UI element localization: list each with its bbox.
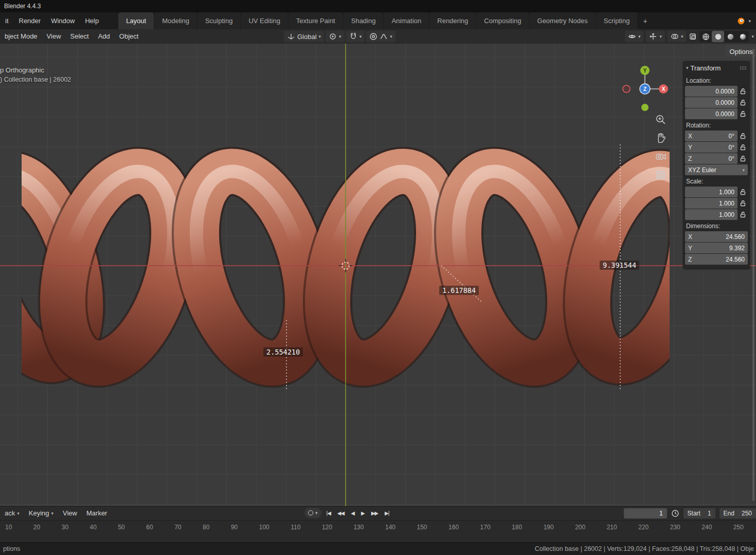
jump-to-end-button[interactable]: ▶| bbox=[383, 509, 390, 517]
viewport-menu-item[interactable]: Object bbox=[115, 29, 143, 44]
xray-toggle-icon[interactable] bbox=[689, 32, 697, 41]
mesh-object[interactable] bbox=[0, 44, 756, 506]
menu-item[interactable]: Window bbox=[46, 12, 80, 29]
pivot-dropdown[interactable]: ▾ bbox=[326, 31, 345, 42]
end-frame-field[interactable]: End 250 bbox=[719, 508, 756, 519]
shading-material-icon[interactable] bbox=[724, 31, 736, 42]
viewport-nav-tools bbox=[655, 114, 667, 181]
gizmos-dropdown[interactable]: ▾ bbox=[646, 31, 665, 42]
location-y-field[interactable]: 0.0000 bbox=[685, 97, 737, 108]
workspace-tab[interactable]: Texture Paint bbox=[289, 12, 343, 29]
transform-panel-header[interactable]: ▾ Transform bbox=[683, 61, 750, 75]
gizmo-x-neg-ball[interactable] bbox=[623, 85, 630, 92]
lock-open-icon[interactable] bbox=[737, 99, 748, 106]
workspace-tab[interactable]: Sculpting bbox=[197, 12, 240, 29]
statusbar-left: ptions bbox=[3, 545, 20, 552]
timeline-ruler[interactable]: 1020304050607080901001101201301401501601… bbox=[0, 521, 756, 542]
viewport-scrollbar[interactable] bbox=[752, 49, 754, 501]
workspace-tab[interactable]: Scripting bbox=[596, 12, 638, 29]
viewport-menu-item[interactable]: Add bbox=[94, 29, 115, 44]
shading-wireframe-icon[interactable] bbox=[699, 31, 712, 42]
workspace-tab[interactable]: Geometry Nodes bbox=[530, 12, 596, 29]
zoom-icon[interactable] bbox=[655, 114, 667, 125]
location-x-field[interactable]: 0.0000 bbox=[685, 86, 737, 97]
viewport-menu-item[interactable]: Select bbox=[66, 29, 94, 44]
proportional-edit-toggle[interactable]: ▾ bbox=[366, 31, 395, 42]
active-collection-label: ) Collection base | 26002 bbox=[0, 76, 71, 83]
rotation-x-field[interactable]: X0° bbox=[685, 131, 737, 141]
location-z-field[interactable]: 0.0000 bbox=[685, 108, 737, 119]
view-menu[interactable]: View bbox=[58, 506, 82, 521]
rotation-z-field[interactable]: Z0° bbox=[685, 153, 737, 164]
grid-ortho-icon[interactable] bbox=[655, 169, 667, 181]
dimensions-x-field[interactable]: X24.560 bbox=[685, 231, 748, 242]
ruler-number: 20 bbox=[33, 524, 40, 542]
panel-grip-icon[interactable] bbox=[740, 66, 747, 70]
workspace-tab[interactable]: Modeling bbox=[154, 12, 197, 29]
play-button[interactable]: ▶ bbox=[359, 509, 366, 517]
blender-logo-icon[interactable] bbox=[737, 17, 745, 25]
prev-keyframe-button[interactable]: ◀◀ bbox=[336, 509, 346, 517]
gizmo-y-neg-ball[interactable] bbox=[641, 104, 649, 111]
rotation-y-field[interactable]: Y0° bbox=[685, 142, 737, 153]
workspace-tab[interactable]: Compositing bbox=[476, 12, 529, 29]
workspace-tab[interactable]: Rendering bbox=[429, 12, 476, 29]
viewport-menu-item[interactable]: bject Mode bbox=[0, 29, 42, 44]
workspace-tab[interactable]: Layout bbox=[118, 12, 154, 29]
scale-z-field[interactable]: 1.000 bbox=[685, 209, 737, 220]
menu-item[interactable]: Render bbox=[14, 12, 46, 29]
start-frame-field[interactable]: Start 1 bbox=[683, 508, 715, 519]
lock-open-icon[interactable] bbox=[737, 110, 748, 117]
falloff-icon bbox=[380, 32, 388, 41]
viewport-header-right: ▾ ▾ ▾ bbox=[625, 29, 754, 44]
navigation-gizmo[interactable]: Y X Z bbox=[622, 66, 668, 112]
chevron-down-icon[interactable]: ▾ bbox=[751, 34, 754, 39]
orientation-dropdown[interactable]: Global ▾ bbox=[284, 31, 324, 42]
chevron-down-icon[interactable]: ▾ bbox=[748, 18, 751, 24]
lock-open-icon[interactable] bbox=[737, 144, 748, 151]
lock-open-icon[interactable] bbox=[737, 200, 748, 207]
eye-icon bbox=[628, 32, 636, 41]
dimensions-label: Dimensions: bbox=[686, 223, 747, 230]
clock-icon[interactable] bbox=[671, 509, 679, 517]
ruler-number: 100 bbox=[259, 524, 269, 542]
visibility-dropdown[interactable]: ▾ bbox=[625, 31, 644, 42]
marker-menu[interactable]: Marker bbox=[82, 506, 112, 521]
dimensions-z-field[interactable]: Z24.560 bbox=[685, 254, 748, 265]
add-workspace-button[interactable]: + bbox=[638, 12, 652, 29]
ruler-number: 60 bbox=[146, 524, 153, 542]
jump-to-start-button[interactable]: |◀ bbox=[325, 509, 332, 517]
shading-rendered-icon[interactable] bbox=[736, 31, 749, 42]
play-reverse-button[interactable]: ◀ bbox=[349, 509, 356, 517]
rotation-mode-dropdown[interactable]: XYZ Euler ▾ bbox=[685, 164, 748, 175]
dimensions-y-field[interactable]: Y9.392 bbox=[685, 243, 748, 253]
camera-view-icon[interactable] bbox=[655, 151, 667, 162]
menu-item[interactable]: Help bbox=[80, 12, 104, 29]
keying-menu[interactable]: Keying▾ bbox=[24, 506, 58, 521]
autokey-button[interactable]: ▾ bbox=[304, 508, 321, 518]
scale-x-field[interactable]: 1.000 bbox=[685, 187, 737, 197]
overlays-dropdown[interactable]: ▾ bbox=[668, 31, 687, 42]
scale-y-field[interactable]: 1.000 bbox=[685, 198, 737, 209]
chevron-down-icon: ▾ bbox=[686, 65, 689, 70]
workspace-tab[interactable]: Animation bbox=[384, 12, 429, 29]
pan-hand-icon[interactable] bbox=[655, 132, 667, 144]
shading-solid-icon[interactable] bbox=[712, 31, 724, 42]
lock-open-icon[interactable] bbox=[737, 155, 748, 162]
playback-menu[interactable]: ack▾ bbox=[0, 506, 24, 521]
lock-open-icon[interactable] bbox=[737, 133, 748, 139]
lock-open-icon[interactable] bbox=[737, 88, 748, 95]
viewport-3d[interactable]: 9.391544 1.617884 2.554210 p Orthographi… bbox=[0, 44, 756, 506]
lock-open-icon[interactable] bbox=[737, 211, 748, 218]
workspace-tab[interactable]: Shading bbox=[344, 12, 384, 29]
tool-options-button[interactable]: Options bbox=[725, 45, 756, 58]
menu-item[interactable]: it bbox=[0, 12, 14, 29]
workspace-tab[interactable]: UV Editing bbox=[241, 12, 287, 29]
rotation-y-row: Y0° bbox=[685, 142, 748, 153]
next-keyframe-button[interactable]: ▶▶ bbox=[370, 509, 380, 517]
snap-toggle[interactable]: ▾ bbox=[346, 31, 365, 42]
current-frame-field[interactable]: 1 bbox=[624, 508, 667, 519]
ruler-number: 70 bbox=[174, 524, 181, 542]
lock-open-icon[interactable] bbox=[737, 189, 748, 195]
viewport-menu-item[interactable]: View bbox=[42, 29, 66, 44]
